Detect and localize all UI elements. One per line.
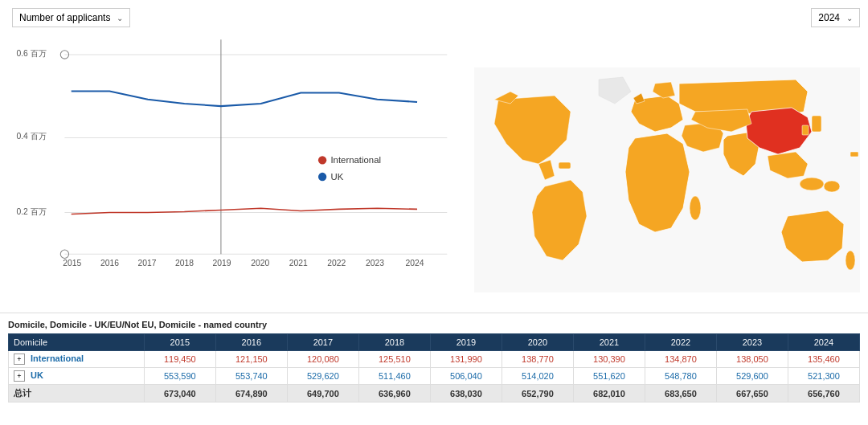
data-table: Domicile 2015 2016 2017 2018 2019 2020 2… <box>8 333 860 403</box>
uk-2021: 551,620 <box>573 368 645 385</box>
x-label-2022: 2022 <box>327 259 346 268</box>
new-zealand <box>845 251 855 270</box>
total-label: 总计 <box>9 385 145 403</box>
total-2023: 667,650 <box>716 385 788 403</box>
table-header-row: Domicile 2015 2016 2017 2018 2019 2020 2… <box>9 334 860 351</box>
total-2020: 652,790 <box>502 385 573 403</box>
x-label-2016: 2016 <box>100 259 119 268</box>
chart-svg: 0.6 百万 0.4 百万 0.2 百万 <box>12 31 458 272</box>
metric-dropdown-label: Number of applicants <box>19 12 110 23</box>
total-2016: 674,890 <box>215 385 287 403</box>
intl-2018: 125,510 <box>358 351 430 368</box>
x-label-2024: 2024 <box>406 259 424 268</box>
x-label-2021: 2021 <box>289 259 308 268</box>
col-header-2015: 2015 <box>144 334 215 351</box>
metric-dropdown[interactable]: Number of applicants ⌄ <box>12 8 130 27</box>
intl-2017: 120,080 <box>287 351 358 368</box>
x-label-2017: 2017 <box>137 259 156 268</box>
intl-domicile-label: International <box>31 353 84 363</box>
col-header-2016: 2016 <box>215 334 287 351</box>
legend-uk-dot <box>318 173 326 181</box>
uk-2024: 521,300 <box>788 368 859 385</box>
total-2024: 656,760 <box>788 385 859 403</box>
intl-2016: 121,150 <box>215 351 287 368</box>
intl-2024: 135,460 <box>788 351 859 368</box>
col-header-2023: 2023 <box>716 334 788 351</box>
col-header-2020: 2020 <box>502 334 573 351</box>
table-row-total: 总计 673,040 674,890 649,700 636,960 638,0… <box>9 385 860 403</box>
x-label-2015: 2015 <box>63 259 81 268</box>
intl-2021: 130,390 <box>573 351 645 368</box>
x-label-2020: 2020 <box>251 259 269 268</box>
total-2019: 638,030 <box>430 385 502 403</box>
metric-dropdown-arrow: ⌄ <box>117 14 123 22</box>
y-label-02: 0.2 百万 <box>16 207 46 216</box>
indonesia <box>800 178 824 190</box>
intl-2015: 119,450 <box>144 351 215 368</box>
indonesia2 <box>824 181 840 192</box>
uk-label-cell: + UK <box>9 368 145 385</box>
total-2015: 673,040 <box>144 385 215 403</box>
intl-2020: 138,770 <box>502 351 573 368</box>
total-2018: 636,960 <box>358 385 430 403</box>
uk-2016: 553,740 <box>215 368 287 385</box>
legend-intl-dot <box>318 156 326 164</box>
uk-2019: 506,040 <box>430 368 502 385</box>
col-header-2022: 2022 <box>645 334 716 351</box>
uk-2022: 548,780 <box>645 368 716 385</box>
uk-expand-btn[interactable]: + <box>14 370 25 382</box>
uk-2018: 511,460 <box>358 368 430 385</box>
intl-expand-btn[interactable]: + <box>14 353 25 365</box>
col-header-2017: 2017 <box>287 334 358 351</box>
table-row-international: + International 119,450 121,150 120,080 … <box>9 351 860 368</box>
intl-label-cell: + International <box>9 351 145 368</box>
total-2017: 649,700 <box>287 385 358 403</box>
intl-2022: 134,870 <box>645 351 716 368</box>
international-line <box>72 208 417 214</box>
legend-intl-label: International <box>330 155 381 165</box>
x-label-2018: 2018 <box>175 259 194 268</box>
caribbean <box>559 162 571 169</box>
table-row-uk: + UK 553,590 553,740 529,620 511,460 506… <box>9 368 860 385</box>
legend-uk-label: UK <box>330 172 343 182</box>
chart-panel: Number of applicants ⌄ 0.6 百万 0.4 百万 0.2… <box>0 0 466 313</box>
col-header-2019: 2019 <box>430 334 502 351</box>
line-chart: 0.6 百万 0.4 百万 0.2 百万 <box>12 31 458 272</box>
japan <box>812 116 821 132</box>
col-header-2021: 2021 <box>573 334 645 351</box>
total-2022: 683,650 <box>645 385 716 403</box>
y-label-06: 0.6 百万 <box>16 49 46 58</box>
intl-2019: 131,990 <box>430 351 502 368</box>
island-right <box>850 152 858 157</box>
year-dropdown-label: 2024 <box>818 12 840 23</box>
intl-2023: 138,050 <box>716 351 788 368</box>
x-label-2023: 2023 <box>366 259 384 268</box>
year-dropdown[interactable]: 2024 ⌄ <box>811 8 860 27</box>
col-header-domicile: Domicile <box>9 334 145 351</box>
map-panel: 2024 ⌄ <box>466 0 868 313</box>
col-header-2018: 2018 <box>358 334 430 351</box>
madagascar <box>690 196 701 220</box>
x-label-2019: 2019 <box>213 259 231 268</box>
uk-2015: 553,590 <box>144 368 215 385</box>
world-map-container <box>474 31 860 328</box>
uk-domicile-label: UK <box>31 370 43 380</box>
col-header-2024: 2024 <box>788 334 859 351</box>
world-map-svg <box>474 43 860 317</box>
total-2021: 682,010 <box>573 385 645 403</box>
year-dropdown-arrow: ⌄ <box>846 14 853 22</box>
uk-line <box>72 91 417 106</box>
uk-2023: 529,600 <box>716 368 788 385</box>
korea <box>802 125 809 135</box>
uk-2020: 514,020 <box>502 368 573 385</box>
y-label-04: 0.4 百万 <box>16 132 46 141</box>
uk-2017: 529,620 <box>287 368 358 385</box>
